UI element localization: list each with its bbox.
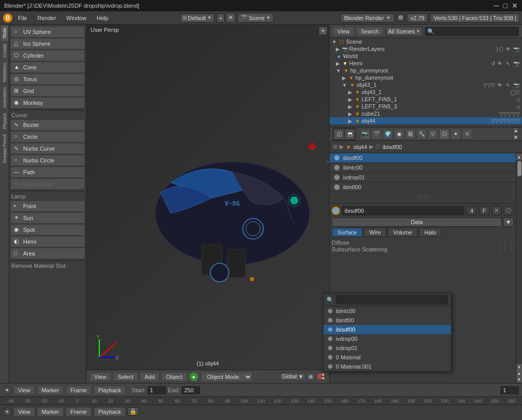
tree-item-obj43-child[interactable]: ▶ ▼ obj43_1 ◯▽ [330, 88, 522, 96]
region-btn-1[interactable]: ◫ [334, 129, 344, 139]
dropdown-search-input[interactable] [336, 295, 448, 304]
object-props-icon[interactable]: ◉ [394, 129, 404, 139]
region-btn-2[interactable]: ⬒ [345, 129, 355, 139]
dropdown-item-ivdrop01[interactable]: ivdrop01 [323, 343, 451, 353]
render-props-icon[interactable]: 📷 [360, 129, 370, 139]
constraints-props-icon[interactable]: ⛓ [405, 129, 416, 139]
halo-tab[interactable]: Halo [419, 228, 442, 237]
tree-item-obj44[interactable]: ▶ ▼ obj44 ▽▽▽▽▽▽▽ [330, 117, 522, 124]
scroll-down-arrow[interactable]: ▼ [516, 364, 523, 370]
material-dropdown[interactable]: 🔍 ibintc00 ibintf00 ibisdf00 ivdrop00 iv… [323, 293, 452, 372]
bottom-marker-btn[interactable]: Marker [37, 407, 64, 416]
render-icon[interactable]: 📷 [513, 46, 520, 52]
close-button[interactable]: ✕ [512, 2, 518, 10]
scroll-thumb[interactable] [517, 161, 521, 176]
copy-mat-btn[interactable]: ⬡ [503, 206, 514, 215]
minimize-button[interactable]: ─ [494, 2, 499, 10]
engine-settings-icon[interactable]: ⚙ [397, 14, 405, 22]
particles-props-icon[interactable]: ✦ [451, 129, 461, 139]
cursor-icon[interactable]: ↖ [505, 61, 512, 66]
menu-window[interactable]: Window [62, 13, 91, 23]
scroll-more-up[interactable]: ▲ [516, 370, 523, 376]
add-screen-btn[interactable]: + ✕ [217, 13, 236, 23]
modifier-props-icon[interactable]: 🔧 [417, 129, 427, 139]
cursor-icon[interactable]: ↖ [505, 82, 512, 88]
torus-button[interactable]: ◎ Torus [10, 74, 85, 85]
current-frame-input[interactable] [500, 386, 519, 394]
scene-selector[interactable]: 🎬 Scene ▼ [238, 13, 273, 23]
data-props-icon[interactable]: ▽ [428, 129, 438, 139]
maximize-button[interactable]: □ [503, 2, 508, 10]
start-frame-input[interactable] [148, 386, 166, 394]
tree-item-renderlayers[interactable]: ▶ 📷 RenderLayers | ⬡ 👁 📷 [330, 45, 522, 52]
screen-layout-selector[interactable]: ⊞ Default ▼ [180, 13, 214, 23]
tools-tab[interactable]: Tools [1, 26, 8, 41]
timeline-view-btn[interactable]: View [13, 386, 35, 395]
tree-item-hemi[interactable]: ▶ ▼ Hemi ↺ 👁 ↖ 📷 [330, 60, 522, 67]
ico-sphere-button[interactable]: △ Ico Sphere [10, 38, 85, 49]
scene-selector-dropdown[interactable]: All Scenes ▼ [386, 27, 423, 36]
draw-curve-button[interactable]: ✏ Draw Curve [10, 178, 85, 190]
nurbs-circle-button[interactable]: ○ Nurbs Circle [10, 155, 85, 166]
material-item-ivdrop01[interactable]: ivdrop01 [330, 173, 516, 182]
area-light-button[interactable]: □ Area [10, 248, 85, 259]
dropdown-item-ibintc00[interactable]: ibintc00 [323, 306, 451, 316]
world-props-icon[interactable]: 🌍 [383, 129, 393, 139]
tree-item-hp-dummyroot2[interactable]: ▶ ▼ hp_dummyroot [330, 74, 522, 81]
material-item-ibintf00[interactable]: ibintf00 [330, 182, 516, 192]
dropdown-item-ibisdf00[interactable]: ibisdf00 [323, 325, 451, 334]
viewport-select-menu[interactable]: Select [113, 372, 138, 381]
scene-props-icon[interactable]: 🎬 [371, 129, 382, 139]
tree-item-hp-dummyroot[interactable]: ▼ ▼ hp_dummyroot [330, 67, 522, 74]
end-frame-input[interactable] [182, 386, 200, 394]
volume-tab[interactable]: Volume [388, 228, 418, 237]
bezier-button[interactable]: ∿ Bezier [10, 119, 85, 131]
bottom-frame-btn[interactable]: Frame [66, 407, 92, 416]
vis-icon[interactable]: 👁 [505, 46, 512, 52]
monkey-button[interactable]: ◉ Monkey [10, 97, 85, 108]
nurbs-curve-button[interactable]: ∿ Nurbs Curve [10, 143, 85, 154]
viewport[interactable]: User Persp + V-8G [86, 25, 329, 383]
physics-props-icon[interactable]: ⚛ [462, 129, 472, 139]
animation-tab[interactable]: Animation [1, 85, 8, 110]
viewport-add-menu[interactable]: Add [140, 372, 159, 381]
viewport-mode-icon[interactable]: ● [189, 372, 199, 381]
uv-sphere-button[interactable]: ○ UV Sphere [10, 26, 85, 38]
tree-item-obj43[interactable]: ▼ ▼ obj43_1 ▽▽▽ 👁 ↖ 📷 [330, 81, 522, 88]
bottom-view-btn[interactable]: View [13, 407, 35, 416]
snap-selector[interactable]: 🧲 [316, 373, 326, 380]
render-icon[interactable]: 📷 [513, 82, 520, 88]
blender-logo[interactable]: B [3, 13, 12, 23]
tree-item-left-fin3[interactable]: ▶ ▼ LEFT_FIN5_3 ◁ [330, 103, 522, 110]
window-controls[interactable]: ─ □ ✕ [494, 2, 518, 10]
create-tab[interactable]: Create [1, 42, 8, 60]
hemi-light-button[interactable]: ◐ Hemi [10, 236, 85, 247]
circle-button[interactable]: ○ Circle [10, 131, 85, 142]
timeline-marker-btn[interactable]: Marker [37, 386, 64, 395]
viewport-view-menu[interactable]: View [89, 372, 111, 381]
tree-item-world[interactable]: ● World [330, 52, 522, 60]
menu-help[interactable]: Help [92, 13, 113, 23]
tree-item-left-fin1[interactable]: ▶ ▼ LEFT_FIN5_1 ◁ [330, 96, 522, 103]
timeline-playback-btn[interactable]: Playback [94, 386, 126, 395]
menu-render[interactable]: Render [33, 13, 61, 23]
outliner-search-btn[interactable]: Search [356, 27, 384, 36]
render-engine-selector[interactable]: Blender Render ▼ [340, 13, 394, 23]
grease-pencil-tab[interactable]: Grease Pencil [1, 132, 8, 166]
vis-icon[interactable]: 👁 [496, 82, 503, 88]
material-item-ibintc00[interactable]: ibintc00 [330, 163, 516, 173]
scroll-up-btn[interactable]: ▲ [513, 127, 519, 134]
wire-tab[interactable]: Wire [364, 228, 387, 237]
spot-light-button[interactable]: ◉ Spot [10, 224, 85, 235]
point-light-button[interactable]: • Point [10, 200, 85, 212]
object-mode-dropdown[interactable]: Object Mode Edit Mode Sculpt Mode Vertex… [201, 372, 253, 382]
dropdown-item-ibintf00[interactable]: ibintf00 [323, 316, 451, 325]
material-props-icon[interactable]: ⬡ [439, 129, 449, 139]
bottom-playback-btn[interactable]: Playback [94, 407, 126, 416]
dropdown-item-0-material-001[interactable]: 0 Material.001 [323, 362, 451, 371]
timeline-frame-btn[interactable]: Frame [66, 386, 92, 395]
tree-item-cube21[interactable]: ▶ ▼ cube21 ▽▽▽▽▽ [330, 110, 522, 117]
outliner-search-input[interactable] [425, 27, 519, 36]
sun-light-button[interactable]: ☀ Sun [10, 212, 85, 224]
scroll-down-btn[interactable]: ▼ [513, 134, 519, 140]
